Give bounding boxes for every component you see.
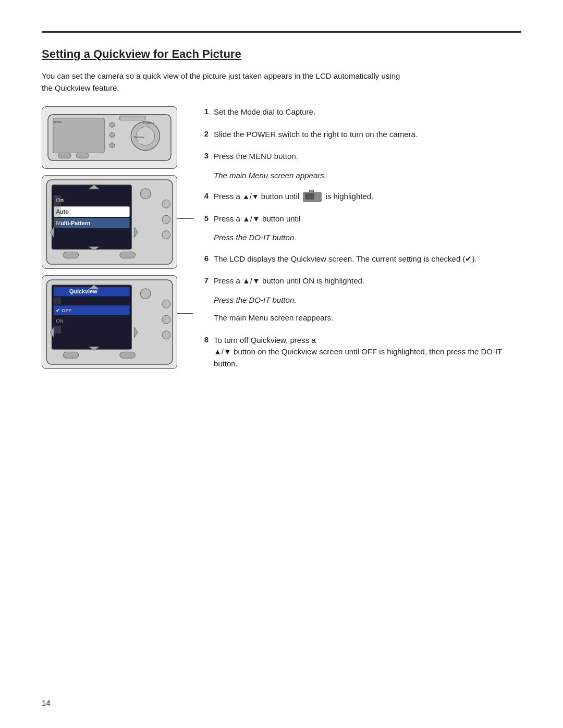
camera-diagram-3: Quickview ✔ OFF ON	[42, 275, 177, 369]
step-3: 3 Press the MENU button. The main Menu s…	[199, 151, 521, 188]
svg-point-8	[109, 132, 115, 138]
svg-point-27	[162, 231, 170, 239]
step-3-text: Press the MENU button.	[214, 151, 521, 163]
svg-rect-42	[54, 298, 61, 305]
step-1-item: 1 Set the Mode dial to Capture.	[199, 106, 521, 118]
step-3-italic-text: The main Menu screen appears.	[214, 171, 326, 180]
step-1: 1 Set the Mode dial to Capture.	[199, 106, 521, 126]
svg-point-9	[109, 143, 115, 148]
svg-rect-43	[54, 326, 61, 334]
step-8: 8 To turn off Quickview, press a ▲/▼ but…	[199, 335, 521, 377]
step-5-text: Press a ▲/▼ button until	[214, 213, 521, 225]
svg-rect-23	[54, 218, 61, 228]
svg-rect-14	[52, 185, 131, 250]
step-4: 4 Press a ▲/▼ button until is highlighte…	[199, 191, 521, 210]
step-2: 2 Slide the POWER switch to the right to…	[199, 129, 521, 148]
svg-point-26	[162, 215, 170, 224]
section-title: Setting a Quickview for Each Picture	[42, 47, 521, 61]
step-3-number: 3	[199, 151, 209, 160]
step-1-text: Set the Mode dial to Capture.	[214, 106, 521, 118]
step-4-arrow-symbol: ▲/▼	[242, 192, 259, 201]
step-2-text: Slide the POWER switch to the right to t…	[214, 129, 521, 141]
step-7: 7 Press a ▲/▼ button until ON is highlig…	[199, 275, 521, 331]
step-6: 6 The LCD displays the Quickview screen.…	[199, 253, 521, 273]
step-5-item: 5 Press a ▲/▼ button until	[199, 213, 521, 225]
step-6-number: 6	[199, 253, 209, 263]
top-divider	[42, 31, 521, 33]
step-8-text: To turn off Quickview, press a ▲/▼ butto…	[214, 335, 521, 370]
step-3-italic: The main Menu screen appears.	[214, 170, 521, 182]
svg-point-46	[162, 315, 170, 324]
step-7-italic: Press the DO-IT button.	[214, 294, 521, 306]
svg-point-44	[140, 289, 151, 299]
step-7-item: 7 Press a ▲/▼ button until ON is highlig…	[199, 275, 521, 287]
step-7-text: Press a ▲/▼ button until ON is highlight…	[214, 275, 521, 287]
svg-rect-28	[63, 252, 79, 258]
svg-rect-49	[120, 352, 136, 358]
camera-diagram-1: Menu Capture Review	[42, 106, 177, 169]
step-5: 5 Press a ▲/▼ button until Press the DO-…	[199, 213, 521, 250]
svg-text:✔ OFF: ✔ OFF	[56, 307, 71, 313]
step-6-text: The LCD displays the Quickview screen. T…	[214, 253, 521, 265]
step-8-arrow: ▲/▼	[214, 347, 231, 356]
svg-rect-11	[76, 153, 89, 158]
step-7-italic-text: Press the DO-IT button.	[214, 295, 296, 304]
images-column: Menu Capture Review	[42, 106, 182, 375]
step-2-number: 2	[199, 129, 209, 138]
step-4-text: Press a ▲/▼ button until is highlighted.	[214, 191, 521, 203]
svg-rect-22	[54, 206, 61, 217]
step-8-number: 8	[199, 335, 209, 344]
svg-text:ON: ON	[56, 318, 64, 324]
step-5-italic-text: Press the DO-IT button.	[214, 233, 296, 242]
step-7-number: 7	[199, 275, 209, 285]
svg-text:Menu: Menu	[54, 120, 62, 124]
page-container: Setting a Quickview for Each Picture You…	[0, 0, 563, 728]
page-number: 14	[42, 698, 51, 707]
step-2-item: 2 Slide the POWER switch to the right to…	[199, 129, 521, 141]
step-6-item: 6 The LCD displays the Quickview screen.…	[199, 253, 521, 265]
intro-text: You can set the camera so a quick view o…	[42, 70, 407, 94]
step-1-number: 1	[199, 106, 209, 116]
svg-point-7	[109, 122, 115, 128]
camera-diagram-2: On Auto Multi-Pattern	[42, 175, 177, 269]
svg-text:Multi-Pattern: Multi-Pattern	[56, 220, 90, 226]
svg-rect-12	[120, 116, 145, 120]
svg-rect-10	[58, 153, 71, 158]
svg-rect-40	[54, 316, 129, 325]
svg-text:Capture: Capture	[143, 121, 155, 125]
svg-point-47	[162, 331, 170, 339]
step-7-para: The main Menu screen reappears.	[214, 312, 521, 324]
svg-rect-21	[54, 195, 61, 206]
step-5-number: 5	[199, 213, 209, 223]
svg-rect-15	[54, 195, 129, 206]
step-3-item: 3 Press the MENU button.	[199, 151, 521, 163]
svg-text:Review: Review	[134, 135, 144, 139]
step-4-item: 4 Press a ▲/▼ button until is highlighte…	[199, 191, 521, 203]
svg-point-45	[162, 300, 170, 308]
connector-line-1	[177, 218, 193, 219]
step-8-item: 8 To turn off Quickview, press a ▲/▼ but…	[199, 335, 521, 370]
step-5-italic: Press the DO-IT button.	[214, 232, 521, 244]
svg-rect-48	[63, 352, 79, 358]
step-4-number: 4	[199, 191, 209, 200]
svg-point-25	[162, 200, 170, 208]
content-area: Menu Capture Review	[42, 106, 521, 380]
steps-column: 1 Set the Mode dial to Capture. 2 Slide …	[199, 106, 521, 380]
connector-line-2	[177, 313, 193, 314]
svg-point-24	[140, 189, 151, 199]
svg-rect-29	[120, 252, 136, 258]
